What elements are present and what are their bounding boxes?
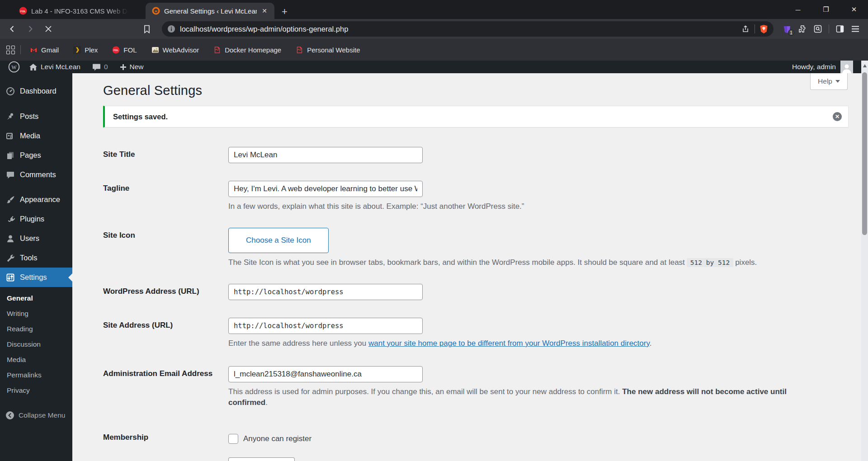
url-bar[interactable]: localhost/wordpress/wp-admin/options-gen… <box>162 21 774 37</box>
extensions-icon[interactable] <box>798 24 807 33</box>
bookmark-gmail[interactable]: Gmail <box>24 46 64 54</box>
admin-email-row: Administration Email Address This addres… <box>103 366 849 408</box>
sidebar-item-label: Users <box>20 234 39 243</box>
admin-email-input[interactable] <box>228 366 423 382</box>
plex-icon <box>73 46 81 54</box>
sidebar-item-dashboard[interactable]: Dashboard <box>0 81 72 101</box>
sidebar-item-label: Comments <box>20 170 56 179</box>
window-minimize-button[interactable]: ─ <box>784 6 812 14</box>
page-scrollbar[interactable] <box>861 61 868 461</box>
checkbox-label: Anyone can register <box>243 434 311 443</box>
apps-grid-icon[interactable] <box>6 46 15 54</box>
back-icon[interactable] <box>5 21 20 37</box>
tagline-input[interactable] <box>228 181 423 197</box>
brave-shield-icon[interactable] <box>760 24 768 34</box>
wallet-badge: 1 <box>788 29 794 36</box>
submenu-item-general[interactable]: General <box>0 291 72 306</box>
submenu-item-discussion[interactable]: Discussion <box>0 337 72 352</box>
site-name-menu[interactable]: Levi McLean <box>29 63 80 71</box>
submenu-label: Permalinks <box>7 371 42 379</box>
scroll-up-arrow[interactable] <box>863 64 867 67</box>
howdy-admin[interactable]: Howdy, admin <box>792 63 836 71</box>
site-info-icon[interactable] <box>167 25 175 33</box>
site-address-label: Site Address (URL) <box>103 318 228 330</box>
browser-tab-inactive[interactable]: FOL Lab 4 - INFO-3163 CMS Web Develop <box>13 3 135 19</box>
bookmark-label: Gmail <box>41 46 59 54</box>
wordpress-logo-icon: W <box>8 61 20 73</box>
submenu-item-privacy[interactable]: Privacy <box>0 383 72 398</box>
bookmark-personal-website[interactable]: Personal Website <box>290 46 365 54</box>
new-content-menu[interactable]: New <box>120 63 144 71</box>
site-icon-helper: The Site Icon is what you see in browser… <box>228 257 757 268</box>
brave-wallet-icon[interactable]: 1 <box>783 24 792 33</box>
sidebar-item-users[interactable]: Users <box>0 229 72 248</box>
wordpress-address-row: WordPress Address (URL) <box>103 284 849 300</box>
dashboard-icon <box>5 86 15 96</box>
svg-text:w: w <box>154 9 157 13</box>
pushpin-icon <box>5 112 15 122</box>
side-panel-icon[interactable] <box>835 24 844 33</box>
site-address-input[interactable] <box>228 318 423 334</box>
media-icon <box>5 131 15 141</box>
settings-page: Help General Settings Settings saved. ✕ … <box>72 73 861 461</box>
sidebar-item-media[interactable]: Media <box>0 126 72 146</box>
submenu-item-permalinks[interactable]: Permalinks <box>0 367 72 383</box>
sidebar-item-pages[interactable]: Pages <box>0 146 72 165</box>
window-restore-button[interactable]: ❐ <box>812 5 840 14</box>
bookmark-plex[interactable]: Plex <box>68 46 103 54</box>
scrollbar-thumb[interactable] <box>862 72 867 235</box>
comments-menu[interactable]: 0 <box>92 63 108 71</box>
anyone-can-register-checkbox[interactable] <box>228 434 238 444</box>
submenu-item-media[interactable]: Media <box>0 352 72 367</box>
help-button[interactable]: Help <box>810 73 848 90</box>
window-close-button[interactable]: ✕ <box>840 5 868 14</box>
forward-icon[interactable] <box>23 21 38 37</box>
sidebar-item-label: Dashboard <box>20 87 57 95</box>
wordpress-address-input[interactable] <box>228 284 423 300</box>
site-title-input[interactable] <box>228 147 423 163</box>
bookmark-label: Plex <box>85 46 98 54</box>
sidebar-item-plugins[interactable]: Plugins <box>0 209 72 229</box>
site-home-page-link[interactable]: want your site home page to be different… <box>368 339 650 348</box>
brush-icon <box>5 195 15 205</box>
stop-reload-icon[interactable] <box>41 21 56 37</box>
pages-icon <box>5 151 15 160</box>
sidebar-search-icon[interactable] <box>813 24 822 33</box>
submenu-item-writing[interactable]: Writing <box>0 306 72 321</box>
bookmark-icon[interactable] <box>139 21 155 37</box>
sidebar-item-label: Plugins <box>20 215 44 223</box>
new-tab-button[interactable]: + <box>282 7 288 16</box>
broken-favicon <box>213 46 221 54</box>
wp-sidebar: Dashboard Posts Media <box>0 73 72 461</box>
sidebar-item-appearance[interactable]: Appearance <box>0 190 72 209</box>
sidebar-item-settings[interactable]: Settings <box>0 268 72 287</box>
avatar[interactable] <box>840 61 853 73</box>
collapse-menu-button[interactable]: Collapse Menu <box>0 407 72 423</box>
browser-tab-active[interactable]: w General Settings ‹ Levi McLean — ✕ <box>146 3 274 19</box>
new-user-role-select[interactable] <box>228 457 295 461</box>
submenu-label: Media <box>7 356 26 364</box>
submenu-label: Writing <box>7 310 28 318</box>
sidebar-item-posts[interactable]: Posts <box>0 107 72 126</box>
share-icon[interactable] <box>741 24 750 33</box>
sidebar-item-label: Media <box>20 132 40 140</box>
plug-icon <box>5 214 15 224</box>
collapse-label: Collapse Menu <box>19 411 65 419</box>
tab-close-icon[interactable]: ✕ <box>261 7 268 14</box>
browser-titlebar: FOL Lab 4 - INFO-3163 CMS Web Develop w … <box>0 0 868 19</box>
site-icon-label: Site Icon <box>103 228 228 240</box>
menu-icon[interactable] <box>851 25 860 33</box>
choose-site-icon-button[interactable]: Choose a Site Icon <box>228 228 329 253</box>
tab-title: Lab 4 - INFO-3163 CMS Web Develop <box>31 7 128 15</box>
wp-logo-menu[interactable]: W <box>8 61 20 73</box>
site-icon-row: Site Icon Choose a Site Icon The Site Ic… <box>103 228 849 268</box>
dismiss-notice-icon[interactable]: ✕ <box>833 112 842 121</box>
bookmark-docker-homepage[interactable]: Docker Homepage <box>208 46 287 54</box>
sidebar-item-label: Settings <box>20 273 47 282</box>
sidebar-item-tools[interactable]: Tools <box>0 248 72 268</box>
sidebar-item-comments[interactable]: Comments <box>0 165 72 184</box>
bookmark-fol[interactable]: FOL FOL <box>107 46 142 54</box>
comments-icon <box>5 170 15 180</box>
submenu-item-reading[interactable]: Reading <box>0 321 72 337</box>
bookmark-webadvisor[interactable]: WebAdvisor <box>146 46 205 54</box>
